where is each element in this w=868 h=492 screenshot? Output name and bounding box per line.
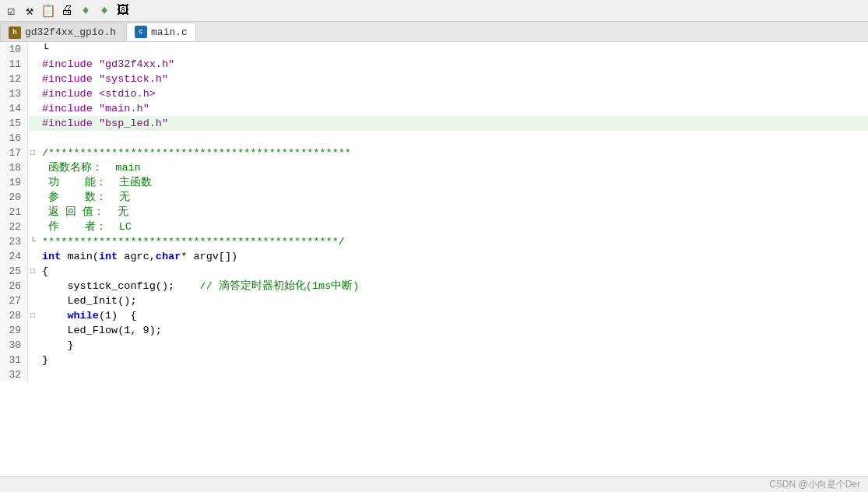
table-row: 30 } — [0, 338, 868, 353]
toolbar: ☑ ⚒ 📋 🖨 ♦ ♦ 🖼 — [0, 0, 868, 22]
toolbar-icon-check[interactable]: ☑ — [3, 3, 19, 19]
table-row: 31 } — [0, 353, 868, 367]
table-row: 21 返 回 值： 无 — [0, 205, 868, 220]
table-row: 16 — [0, 131, 868, 146]
table-row: 29 Led_Flow(1, 9); — [0, 323, 868, 338]
table-row: 26 systick_config(); // 滴答定时器初始化(1ms中断) — [0, 279, 868, 293]
code-editor[interactable]: 10 └ 11 #include "gd32f4xx.h" 12 #includ… — [0, 42, 868, 476]
table-row: 24 int main(int agrc,char* argv[]) — [0, 249, 868, 264]
table-row: 19 功 能： 主函数 — [0, 175, 868, 190]
tab-bar: h gd32f4xx_gpio.h c main.c — [0, 22, 868, 42]
table-row: 10 └ — [0, 42, 868, 57]
tab-label-h: gd32f4xx_gpio.h — [25, 26, 116, 38]
table-row: 13 #include <stdio.h> — [0, 86, 868, 101]
tab-main-c[interactable]: c main.c — [126, 23, 196, 41]
toolbar-icon-diamond1[interactable]: ♦ — [78, 3, 93, 19]
watermark-text: CSDN @小向是个Der — [769, 478, 860, 491]
tab-label-c: main.c — [151, 26, 188, 38]
toolbar-icon-copy[interactable]: 📋 — [40, 3, 56, 19]
table-row: 25 □ { — [0, 264, 868, 279]
table-row: 32 — [0, 367, 868, 382]
tab-icon-c: c — [135, 26, 147, 38]
table-row: 12 #include "systick.h" — [0, 72, 868, 86]
table-row: 18 函数名称： main — [0, 160, 868, 175]
status-bar: CSDN @小向是个Der — [0, 476, 868, 492]
toolbar-icon-tool[interactable]: ⚒ — [22, 3, 37, 19]
tab-icon-h: h — [9, 26, 21, 39]
table-row: 27 Led_Init(); — [0, 293, 868, 308]
table-row: 11 #include "gd32f4xx.h" — [0, 57, 868, 72]
table-row: 17 □ /**********************************… — [0, 146, 868, 160]
toolbar-icon-diamond2[interactable]: ♦ — [97, 3, 112, 19]
table-row: 28 □ while(1) { — [0, 308, 868, 323]
table-row: 22 作 者： LC — [0, 220, 868, 234]
toolbar-icon-image[interactable]: 🖼 — [115, 3, 131, 19]
table-row: 23 └ ***********************************… — [0, 234, 868, 249]
table-row: 15 #include "bsp_led.h" — [0, 116, 868, 131]
table-row: 20 参 数： 无 — [0, 190, 868, 205]
tab-gd32f4xx-gpio-h[interactable]: h gd32f4xx_gpio.h — [0, 23, 125, 41]
toolbar-icon-print[interactable]: 🖨 — [59, 3, 75, 19]
table-row: 14 #include "main.h" — [0, 101, 868, 116]
